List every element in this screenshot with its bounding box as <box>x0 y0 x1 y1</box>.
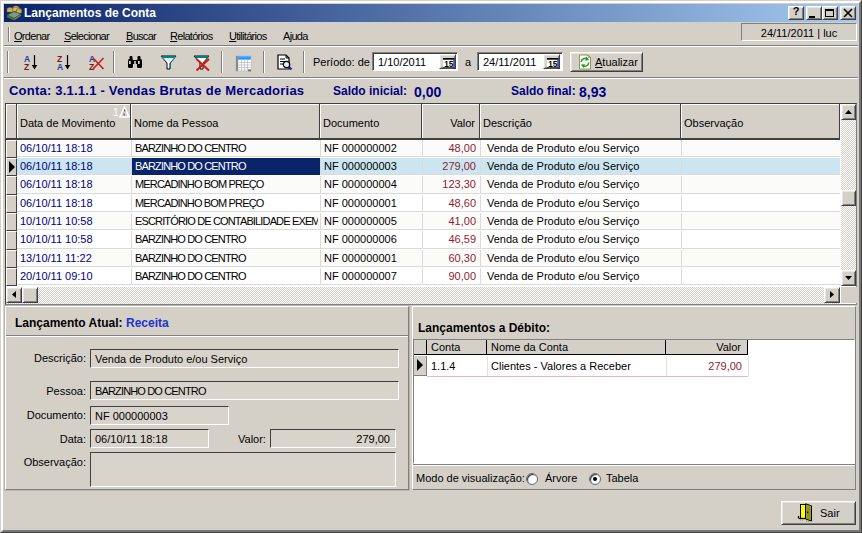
svg-text:A: A <box>57 62 63 71</box>
svg-text:15: 15 <box>548 60 558 69</box>
svg-text:Z: Z <box>24 62 29 71</box>
svg-text:Z: Z <box>89 62 94 71</box>
svg-text:15: 15 <box>444 60 454 69</box>
